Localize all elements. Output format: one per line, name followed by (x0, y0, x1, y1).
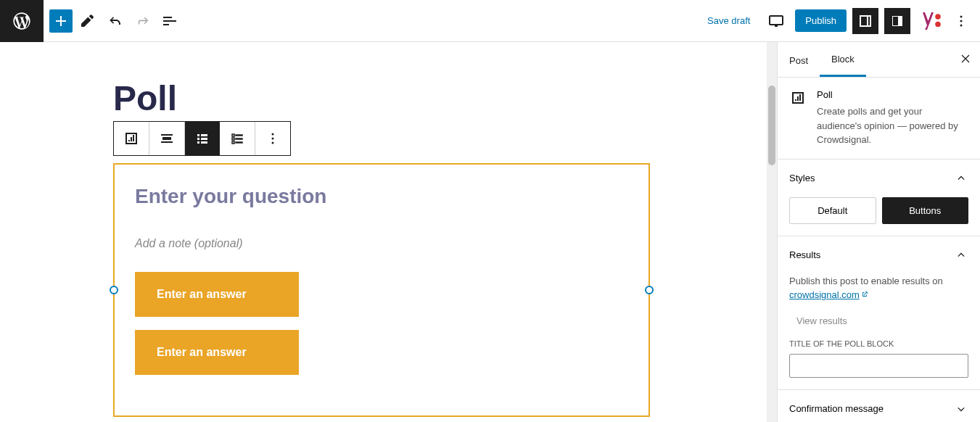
results-title: Results (789, 249, 820, 260)
block-toolbar (113, 121, 291, 156)
redo-icon (133, 12, 151, 30)
more-vertical-icon (952, 12, 970, 30)
editor-topbar: Save draft Publish (0, 0, 980, 42)
resize-handle-right[interactable] (645, 286, 654, 294)
block-name: Poll (817, 89, 968, 100)
list-filled-icon (194, 130, 211, 147)
document-overview-button[interactable] (157, 8, 183, 34)
list-view-icon (161, 12, 178, 30)
crowdsignal-link[interactable]: crowdsignal.com (789, 289, 868, 300)
publish-button[interactable]: Publish (795, 9, 847, 32)
confirmation-title: Confirmation message (789, 403, 884, 414)
external-link-icon (861, 291, 868, 298)
align-button[interactable] (149, 122, 184, 155)
svg-point-4 (960, 24, 963, 26)
chevron-up-icon (954, 171, 968, 186)
settings-sidebar: Post Block Poll Create polls and get you… (777, 42, 980, 422)
results-description: Publish this post to enable results on c… (789, 274, 968, 302)
results-panel-header[interactable]: Results (778, 236, 980, 274)
post-title[interactable]: Poll (113, 78, 650, 118)
svg-point-2 (960, 15, 963, 17)
style-default-button[interactable]: Default (789, 197, 876, 224)
chevron-down-icon (954, 402, 968, 416)
plus-icon (52, 12, 70, 30)
styles-title: Styles (789, 173, 815, 183)
style-buttons-button[interactable]: Buttons (882, 197, 969, 224)
resize-handle-left[interactable] (110, 286, 118, 294)
crowdsignal-toggle[interactable] (884, 8, 910, 34)
poll-icon (789, 89, 807, 107)
close-icon (958, 51, 973, 66)
chevron-up-icon (954, 248, 968, 262)
poll-title-input[interactable] (789, 354, 968, 378)
block-inserter-button[interactable] (49, 9, 73, 33)
settings-sidebar-toggle[interactable] (852, 8, 878, 34)
wordpress-icon (12, 11, 32, 31)
styles-panel-header[interactable]: Styles (778, 160, 980, 197)
view-results-button[interactable]: View results (796, 315, 847, 326)
undo-button[interactable] (102, 8, 128, 34)
preview-button[interactable] (763, 8, 789, 34)
svg-point-1 (935, 21, 941, 27)
close-sidebar-button[interactable] (957, 51, 974, 68)
redo-button[interactable] (129, 8, 155, 34)
tab-post[interactable]: Post (778, 42, 820, 77)
poll-block[interactable]: Add a note (optional) Enter an answer En… (113, 163, 650, 417)
tools-button[interactable] (74, 8, 100, 34)
yoast-icon (916, 8, 942, 34)
block-more-button[interactable] (255, 122, 290, 155)
svg-point-0 (935, 14, 941, 20)
poll-icon (123, 130, 140, 147)
undo-icon (106, 12, 123, 30)
align-icon (158, 130, 176, 147)
desktop-icon (767, 12, 785, 30)
more-options-button[interactable] (948, 8, 974, 34)
list-style-filled-button[interactable] (185, 122, 220, 155)
poll-question-input[interactable] (135, 185, 628, 208)
pencil-icon (78, 12, 96, 30)
list-outline-icon (228, 130, 246, 147)
poll-note[interactable]: Add a note (optional) (135, 237, 628, 250)
save-draft-button[interactable]: Save draft (700, 11, 757, 30)
editor-canvas[interactable]: Poll (0, 42, 777, 422)
block-type-button[interactable] (114, 122, 149, 155)
list-style-outline-button[interactable] (220, 122, 255, 155)
more-vertical-icon (264, 130, 281, 147)
svg-point-6 (272, 138, 274, 140)
svg-point-3 (960, 20, 963, 22)
tab-block[interactable]: Block (820, 42, 866, 77)
block-description: Create polls and get your audience's opi… (817, 104, 968, 147)
crowdsignal-icon (889, 12, 906, 30)
sidebar-icon (857, 12, 874, 30)
svg-point-7 (272, 142, 274, 144)
confirmation-panel-header[interactable]: Confirmation message (778, 390, 980, 423)
scrollbar[interactable] (767, 42, 777, 422)
wordpress-logo[interactable] (0, 0, 44, 42)
poll-answer-2[interactable]: Enter an answer (135, 330, 299, 375)
poll-answer-1[interactable]: Enter an answer (135, 272, 299, 317)
svg-point-5 (272, 133, 274, 136)
yoast-toggle[interactable] (916, 8, 942, 34)
poll-title-label: Title of the Poll Block (789, 339, 968, 348)
